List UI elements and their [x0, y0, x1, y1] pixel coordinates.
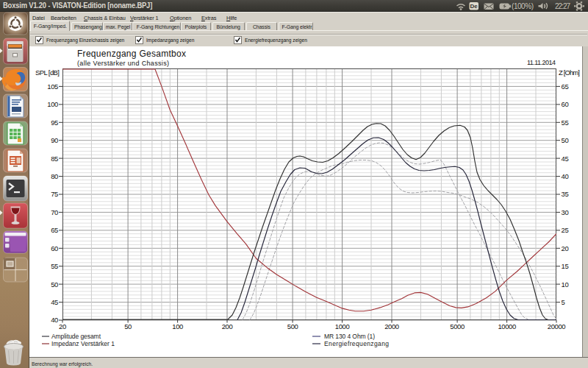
svg-text:100: 100: [172, 322, 183, 330]
svg-text:Z [Ohm]: Z [Ohm]: [559, 68, 580, 77]
svg-text:95: 95: [51, 118, 58, 127]
svg-text:40: 40: [51, 316, 58, 324]
svg-text:11.11.2014: 11.11.2014: [527, 59, 556, 66]
svg-text:25: 25: [562, 226, 569, 234]
svg-text:45: 45: [562, 155, 569, 163]
svg-text:MR 130 4 Ohm (1): MR 130 4 Ohm (1): [324, 333, 375, 340]
svg-text:2000: 2000: [384, 322, 399, 330]
svg-text:500: 500: [287, 322, 298, 330]
svg-text:15: 15: [562, 262, 569, 270]
svg-text:10000: 10000: [498, 322, 516, 330]
svg-text:80: 80: [51, 172, 58, 180]
svg-text:35: 35: [562, 190, 569, 198]
svg-text:SPL [dB]: SPL [dB]: [35, 68, 60, 77]
svg-text:40: 40: [562, 172, 569, 180]
svg-text:50: 50: [562, 136, 569, 144]
svg-text:200: 200: [222, 322, 233, 330]
svg-text:20: 20: [59, 322, 66, 330]
svg-text:Energiefrequenzgang: Energiefrequenzgang: [324, 340, 389, 347]
svg-text:Amplitude gesamt: Amplitude gesamt: [51, 333, 101, 340]
svg-text:105: 105: [47, 82, 58, 91]
svg-text:100: 100: [47, 100, 58, 108]
svg-text:55: 55: [51, 262, 58, 270]
svg-text:55: 55: [562, 118, 569, 127]
svg-text:20000: 20000: [548, 322, 566, 330]
svg-text:65: 65: [562, 82, 569, 91]
svg-text:De: De: [470, 3, 478, 10]
svg-text:50: 50: [51, 280, 58, 289]
svg-text:50: 50: [124, 322, 132, 330]
svg-text:22:27: 22:27: [555, 2, 570, 10]
svg-text:Impedanz Verstärker 1: Impedanz Verstärker 1: [51, 340, 115, 347]
svg-text:30: 30: [562, 208, 569, 216]
svg-text:70: 70: [51, 208, 58, 216]
svg-text:90: 90: [51, 136, 58, 144]
svg-text:10: 10: [562, 280, 569, 289]
svg-text:5000: 5000: [450, 322, 465, 330]
svg-text:(100%): (100%): [512, 2, 534, 10]
svg-text:85: 85: [51, 155, 58, 163]
svg-text:75: 75: [51, 190, 58, 198]
svg-text:Frequenzgang Gesamtbox: Frequenzgang Gesamtbox: [77, 49, 186, 59]
svg-text:1000: 1000: [335, 322, 350, 330]
svg-text:20: 20: [562, 244, 569, 252]
svg-text:(alle Verstärker und Chassis): (alle Verstärker und Chassis): [77, 60, 169, 67]
svg-text:45: 45: [51, 298, 58, 306]
svg-text:60: 60: [51, 244, 58, 252]
svg-text:5: 5: [562, 298, 565, 306]
svg-text:60: 60: [562, 100, 569, 108]
svg-text:65: 65: [51, 226, 58, 234]
